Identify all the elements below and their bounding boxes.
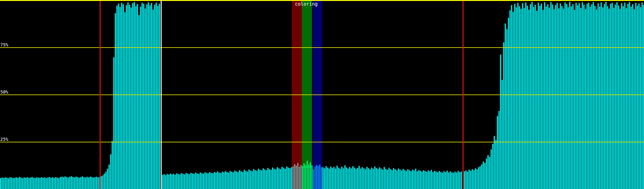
histogram-bar [388,168,390,189]
y-axis-label-25: 25% [0,137,8,141]
histogram-bar [511,5,512,189]
histogram-bar [22,178,23,189]
histogram-bar [467,172,468,189]
histogram-bar [248,169,250,189]
histogram-bar [494,136,495,189]
histogram-bar [604,4,605,189]
histogram-bar [80,177,81,189]
histogram-bar [575,3,577,189]
histogram-bar [608,9,610,189]
red-marker-left-line [100,1,101,189]
histogram-bar [83,177,85,189]
histogram-bar [90,177,91,189]
histogram-bar [618,5,619,189]
histogram-bar [387,170,388,189]
histogram-bar [294,164,295,189]
histogram-bar [220,173,221,189]
histogram-bar [505,24,506,189]
histogram-bar [597,3,599,189]
histogram-bar [0,178,1,189]
histogram-bar [256,171,258,189]
histogram-bar [38,178,39,189]
histogram-bar [2,178,3,189]
histogram-bar [167,174,168,189]
y-axis-label-75: 75% [0,43,8,47]
histogram-bar [561,6,563,189]
histogram-bar [88,177,89,189]
histogram-bar [209,172,210,189]
histogram-bar [286,166,287,189]
histogram-bar [456,172,457,189]
histogram-bar [417,171,418,189]
histogram-bar [547,4,548,189]
histogram-bar [528,9,530,189]
histogram-bar [223,172,225,189]
histogram-bar [612,3,613,189]
histogram-bar [121,3,122,189]
gridline-25 [0,142,644,142]
histogram-bar [520,9,522,189]
histogram-bar [431,170,432,189]
histogram-bar [66,177,67,189]
histogram-bar [577,5,578,189]
histogram-bar [130,8,132,189]
histogram-bar [354,168,355,189]
histogram-bar [418,170,419,189]
histogram-bar [285,169,286,189]
histogram-bar [252,171,253,189]
histogram-bar [33,178,34,189]
histogram-bar [340,169,341,189]
histogram-bar [311,165,313,189]
histogram-bar [582,2,583,189]
histogram-bar [269,169,270,189]
histogram-bar [406,171,407,189]
gridline-100 [0,0,644,1]
histogram-bar [329,169,330,189]
gridline-50 [0,94,644,95]
histogram-bar [626,8,627,189]
histogram-bar [237,172,239,189]
histogram-bar [352,166,353,189]
histogram-bar [594,6,596,189]
histogram-bar [113,57,114,189]
histogram-bar [472,169,473,189]
histogram-bar [602,7,603,189]
histogram-bar [489,157,490,189]
histogram-bar [318,166,319,189]
histogram-bar [425,171,426,189]
histogram-bar [215,173,217,189]
histogram-bar [514,4,515,189]
histogram-bar [421,172,423,189]
histogram-bar [157,6,158,189]
histogram-bar [506,29,508,189]
histogram-bar [24,177,25,189]
histogram-bar [25,178,26,189]
histogram-bar [176,173,177,189]
histogram-bar [266,170,267,189]
histogram-bar [225,171,226,189]
histogram-bar [134,2,135,189]
histogram-bar [148,2,149,189]
histogram-bar [384,167,385,189]
histogram-bar [291,167,292,189]
histogram-bar [568,7,569,189]
histogram-bar [179,175,180,189]
histogram-bar [198,174,199,189]
histogram-bar [453,173,454,189]
histogram-bar [376,168,377,189]
histogram-bar [110,154,111,189]
histogram-bar [379,167,380,189]
histogram-bar [395,169,396,189]
histogram-bar [6,178,8,189]
histogram-bar [390,169,391,189]
histogram-bar [349,167,350,189]
histogram-bar [47,178,48,189]
histogram-bar [233,172,234,189]
histogram-bar [19,177,20,189]
histogram-bar [219,172,220,189]
histogram-bar [250,170,251,189]
histogram-bar [242,172,243,189]
histogram-panel: 75% 50% 25% coloring [0,0,644,189]
histogram-bar [297,163,298,189]
histogram-bar [357,168,358,189]
